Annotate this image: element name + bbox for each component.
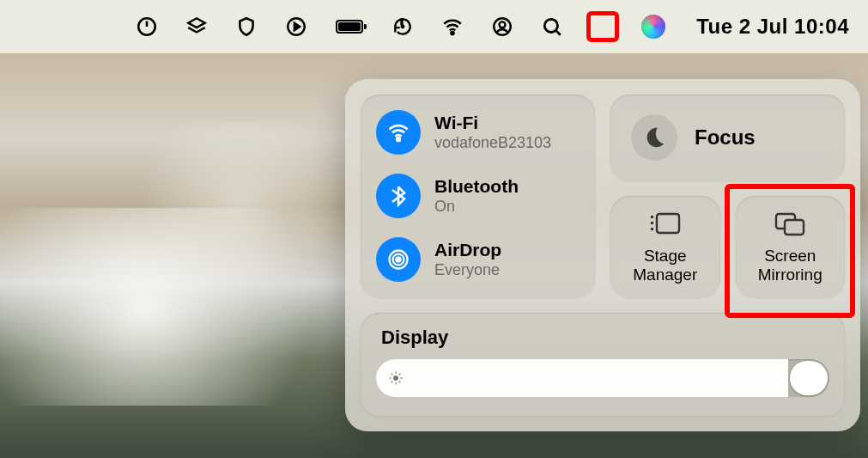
svg-rect-19 (651, 222, 653, 224)
bluetooth-status: On (434, 198, 519, 216)
svg-line-31 (392, 382, 393, 383)
bluetooth-title: Bluetooth (434, 176, 519, 196)
svg-point-15 (396, 257, 400, 261)
airdrop-toggle[interactable]: AirDrop Everyone (376, 237, 580, 282)
svg-rect-23 (785, 220, 804, 235)
bluetooth-icon (376, 174, 421, 218)
svg-point-24 (393, 376, 398, 381)
battery-menu-icon[interactable] (331, 11, 368, 42)
layers-menu-icon[interactable] (181, 11, 212, 42)
airdrop-title: AirDrop (434, 240, 501, 260)
airdrop-status: Everyone (434, 261, 501, 279)
display-title: Display (381, 327, 829, 349)
wifi-menu-icon[interactable] (437, 11, 468, 42)
siri-icon[interactable] (638, 11, 669, 42)
stage-manager-label: StageManager (633, 247, 697, 284)
slider-thumb[interactable] (790, 361, 828, 395)
svg-rect-20 (651, 228, 653, 230)
wifi-icon (376, 110, 421, 155)
small-cards-row: StageManager ScreenMirroring (610, 196, 845, 297)
brightness-low-icon (388, 370, 404, 386)
spotlight-search-icon[interactable] (537, 11, 568, 42)
focus-label: Focus (695, 125, 756, 150)
svg-line-32 (399, 374, 401, 376)
wifi-toggle[interactable]: Wi-Fi vodafoneB23103 (376, 110, 580, 155)
svg-rect-21 (657, 214, 679, 233)
airdrop-icon (376, 237, 421, 282)
svg-point-8 (545, 19, 558, 32)
connectivity-card: Wi-Fi vodafoneB23103 Bluetooth On AirD (361, 95, 595, 297)
play-menu-icon[interactable] (281, 11, 312, 42)
svg-point-7 (500, 21, 506, 27)
control-center-panel: Wi-Fi vodafoneB23103 Bluetooth On AirD (345, 79, 860, 431)
svg-line-29 (392, 374, 393, 376)
wifi-status: vodafoneB23103 (434, 134, 551, 152)
shield-menu-icon[interactable] (231, 11, 262, 42)
focus-toggle[interactable]: Focus (610, 95, 845, 180)
svg-line-9 (556, 31, 561, 35)
bluetooth-toggle[interactable]: Bluetooth On (376, 174, 580, 218)
wifi-title: Wi-Fi (434, 113, 551, 132)
display-card: Display (361, 313, 845, 416)
moon-icon (631, 114, 677, 161)
screen-mirroring-label: ScreenMirroring (758, 247, 822, 284)
svg-point-3 (402, 26, 404, 27)
svg-point-14 (397, 137, 400, 141)
timemachine-menu-icon[interactable]: ! (387, 11, 418, 42)
stage-manager-button[interactable]: StageManager (610, 196, 720, 297)
brightness-slider[interactable] (376, 359, 829, 397)
svg-rect-18 (651, 216, 653, 218)
control-center-icon[interactable] (586, 11, 619, 42)
user-menu-icon[interactable] (487, 11, 518, 42)
screen-mirroring-icon (773, 211, 807, 238)
power-menu-icon[interactable] (131, 11, 162, 42)
svg-point-5 (452, 32, 454, 34)
menu-bar: ! Tue 2 Jul 10:04 (0, 0, 868, 53)
svg-line-30 (399, 382, 401, 383)
screen-mirroring-button[interactable]: ScreenMirroring (736, 196, 846, 297)
stage-manager-icon (648, 211, 683, 238)
svg-text:!: ! (401, 18, 404, 26)
menu-bar-clock[interactable]: Tue 2 Jul 10:04 (688, 15, 858, 39)
